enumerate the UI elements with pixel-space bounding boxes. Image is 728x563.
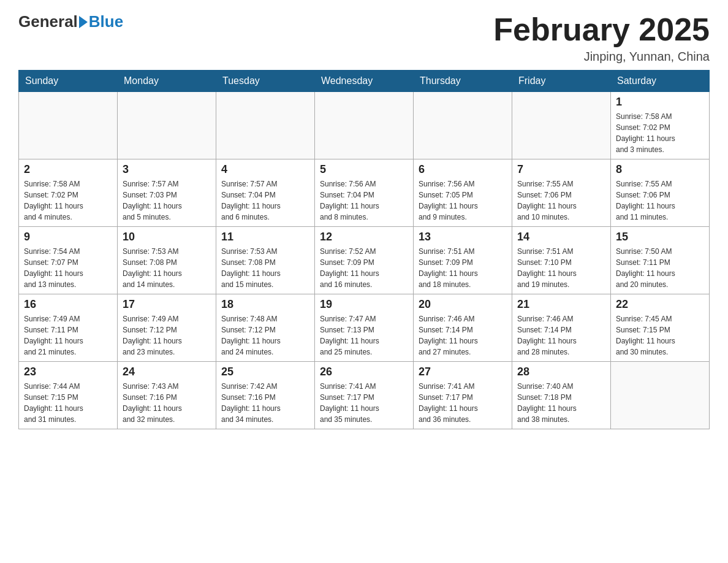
day-number: 12	[320, 231, 408, 243]
day-info: Sunrise: 7:51 AM Sunset: 7:09 PM Dayligh…	[419, 246, 507, 290]
day-info: Sunrise: 7:58 AM Sunset: 7:02 PM Dayligh…	[616, 111, 704, 155]
calendar-cell	[118, 92, 216, 159]
day-info: Sunrise: 7:53 AM Sunset: 7:08 PM Dayligh…	[123, 246, 211, 290]
day-number: 18	[221, 298, 309, 311]
day-number: 6	[419, 163, 507, 176]
day-info: Sunrise: 7:58 AM Sunset: 7:02 PM Dayligh…	[24, 178, 112, 223]
day-number: 28	[517, 366, 605, 378]
location-subtitle: Jinping, Yunnan, China	[493, 50, 710, 64]
day-number: 8	[616, 163, 704, 176]
day-number: 10	[123, 231, 211, 243]
week-row-2: 2Sunrise: 7:58 AM Sunset: 7:02 PM Daylig…	[19, 159, 710, 227]
calendar-cell	[512, 92, 611, 159]
day-info: Sunrise: 7:45 AM Sunset: 7:15 PM Dayligh…	[616, 313, 704, 358]
day-info: Sunrise: 7:55 AM Sunset: 7:06 PM Dayligh…	[616, 178, 704, 223]
calendar-cell: 8Sunrise: 7:55 AM Sunset: 7:06 PM Daylig…	[611, 159, 710, 227]
day-number: 9	[24, 231, 112, 243]
day-info: Sunrise: 7:57 AM Sunset: 7:04 PM Dayligh…	[221, 178, 309, 223]
day-number: 17	[123, 298, 211, 311]
calendar-cell: 12Sunrise: 7:52 AM Sunset: 7:09 PM Dayli…	[315, 227, 414, 294]
calendar-cell: 16Sunrise: 7:49 AM Sunset: 7:11 PM Dayli…	[19, 294, 118, 362]
day-number: 11	[221, 231, 309, 243]
calendar-cell: 6Sunrise: 7:56 AM Sunset: 7:05 PM Daylig…	[414, 159, 512, 227]
calendar-cell: 3Sunrise: 7:57 AM Sunset: 7:03 PM Daylig…	[118, 159, 216, 227]
calendar-cell: 20Sunrise: 7:46 AM Sunset: 7:14 PM Dayli…	[414, 294, 512, 362]
day-number: 24	[123, 366, 211, 378]
title-block: February 2025 Jinping, Yunnan, China	[493, 12, 710, 64]
day-info: Sunrise: 7:55 AM Sunset: 7:06 PM Dayligh…	[517, 178, 605, 223]
column-header-thursday: Thursday	[414, 71, 512, 92]
day-info: Sunrise: 7:47 AM Sunset: 7:13 PM Dayligh…	[320, 313, 408, 358]
day-info: Sunrise: 7:56 AM Sunset: 7:04 PM Dayligh…	[320, 178, 408, 223]
calendar-cell: 2Sunrise: 7:58 AM Sunset: 7:02 PM Daylig…	[19, 159, 118, 227]
day-number: 27	[419, 366, 507, 378]
day-info: Sunrise: 7:48 AM Sunset: 7:12 PM Dayligh…	[221, 313, 309, 358]
column-header-sunday: Sunday	[19, 71, 118, 92]
day-info: Sunrise: 7:42 AM Sunset: 7:16 PM Dayligh…	[221, 381, 309, 425]
day-number: 25	[221, 366, 309, 378]
calendar-cell: 13Sunrise: 7:51 AM Sunset: 7:09 PM Dayli…	[414, 227, 512, 294]
day-info: Sunrise: 7:53 AM Sunset: 7:08 PM Dayligh…	[221, 246, 309, 290]
calendar-cell	[315, 92, 414, 159]
day-number: 7	[517, 163, 605, 176]
calendar-cell: 11Sunrise: 7:53 AM Sunset: 7:08 PM Dayli…	[216, 227, 315, 294]
calendar-cell: 4Sunrise: 7:57 AM Sunset: 7:04 PM Daylig…	[216, 159, 315, 227]
day-number: 15	[616, 231, 704, 243]
day-info: Sunrise: 7:46 AM Sunset: 7:14 PM Dayligh…	[517, 313, 605, 358]
day-info: Sunrise: 7:54 AM Sunset: 7:07 PM Dayligh…	[24, 246, 112, 290]
day-info: Sunrise: 7:52 AM Sunset: 7:09 PM Dayligh…	[320, 246, 408, 290]
day-number: 4	[221, 163, 309, 176]
week-row-4: 16Sunrise: 7:49 AM Sunset: 7:11 PM Dayli…	[19, 294, 710, 362]
column-header-tuesday: Tuesday	[216, 71, 315, 92]
day-number: 2	[24, 163, 112, 176]
week-row-1: 1Sunrise: 7:58 AM Sunset: 7:02 PM Daylig…	[19, 92, 710, 159]
day-number: 13	[419, 231, 507, 243]
day-number: 5	[320, 163, 408, 176]
calendar-cell: 23Sunrise: 7:44 AM Sunset: 7:15 PM Dayli…	[19, 362, 118, 429]
calendar-cell	[19, 92, 118, 159]
calendar-cell: 9Sunrise: 7:54 AM Sunset: 7:07 PM Daylig…	[19, 227, 118, 294]
calendar-cell: 5Sunrise: 7:56 AM Sunset: 7:04 PM Daylig…	[315, 159, 414, 227]
calendar-cell: 1Sunrise: 7:58 AM Sunset: 7:02 PM Daylig…	[611, 92, 710, 159]
column-header-monday: Monday	[118, 71, 216, 92]
day-info: Sunrise: 7:49 AM Sunset: 7:12 PM Dayligh…	[123, 313, 211, 358]
day-number: 16	[24, 298, 112, 311]
calendar-cell: 14Sunrise: 7:51 AM Sunset: 7:10 PM Dayli…	[512, 227, 611, 294]
column-header-saturday: Saturday	[611, 71, 710, 92]
calendar-cell: 18Sunrise: 7:48 AM Sunset: 7:12 PM Dayli…	[216, 294, 315, 362]
day-number: 3	[123, 163, 211, 176]
day-info: Sunrise: 7:41 AM Sunset: 7:17 PM Dayligh…	[419, 381, 507, 425]
day-info: Sunrise: 7:49 AM Sunset: 7:11 PM Dayligh…	[24, 313, 112, 358]
day-number: 23	[24, 366, 112, 378]
column-header-wednesday: Wednesday	[315, 71, 414, 92]
calendar-cell: 27Sunrise: 7:41 AM Sunset: 7:17 PM Dayli…	[414, 362, 512, 429]
day-number: 21	[517, 298, 605, 311]
week-row-5: 23Sunrise: 7:44 AM Sunset: 7:15 PM Dayli…	[19, 362, 710, 429]
calendar-cell: 24Sunrise: 7:43 AM Sunset: 7:16 PM Dayli…	[118, 362, 216, 429]
logo: General Blue	[18, 12, 123, 31]
day-number: 22	[616, 298, 704, 311]
calendar-cell: 7Sunrise: 7:55 AM Sunset: 7:06 PM Daylig…	[512, 159, 611, 227]
logo-blue-text: Blue	[89, 12, 123, 31]
calendar-cell	[611, 362, 710, 429]
day-info: Sunrise: 7:43 AM Sunset: 7:16 PM Dayligh…	[123, 381, 211, 425]
day-info: Sunrise: 7:51 AM Sunset: 7:10 PM Dayligh…	[517, 246, 605, 290]
week-row-3: 9Sunrise: 7:54 AM Sunset: 7:07 PM Daylig…	[19, 227, 710, 294]
day-number: 14	[517, 231, 605, 243]
calendar-cell	[216, 92, 315, 159]
calendar-header-row: SundayMondayTuesdayWednesdayThursdayFrid…	[19, 71, 710, 92]
calendar-cell: 21Sunrise: 7:46 AM Sunset: 7:14 PM Dayli…	[512, 294, 611, 362]
calendar-cell: 19Sunrise: 7:47 AM Sunset: 7:13 PM Dayli…	[315, 294, 414, 362]
day-info: Sunrise: 7:46 AM Sunset: 7:14 PM Dayligh…	[419, 313, 507, 358]
calendar-cell: 22Sunrise: 7:45 AM Sunset: 7:15 PM Dayli…	[611, 294, 710, 362]
day-info: Sunrise: 7:56 AM Sunset: 7:05 PM Dayligh…	[419, 178, 507, 223]
day-number: 26	[320, 366, 408, 378]
day-info: Sunrise: 7:50 AM Sunset: 7:11 PM Dayligh…	[616, 246, 704, 290]
calendar-table: SundayMondayTuesdayWednesdayThursdayFrid…	[18, 70, 710, 429]
calendar-cell	[414, 92, 512, 159]
day-info: Sunrise: 7:57 AM Sunset: 7:03 PM Dayligh…	[123, 178, 211, 223]
logo-arrow-icon	[79, 16, 88, 28]
calendar-cell: 10Sunrise: 7:53 AM Sunset: 7:08 PM Dayli…	[118, 227, 216, 294]
page-header: General Blue February 2025 Jinping, Yunn…	[18, 12, 710, 64]
day-info: Sunrise: 7:41 AM Sunset: 7:17 PM Dayligh…	[320, 381, 408, 425]
